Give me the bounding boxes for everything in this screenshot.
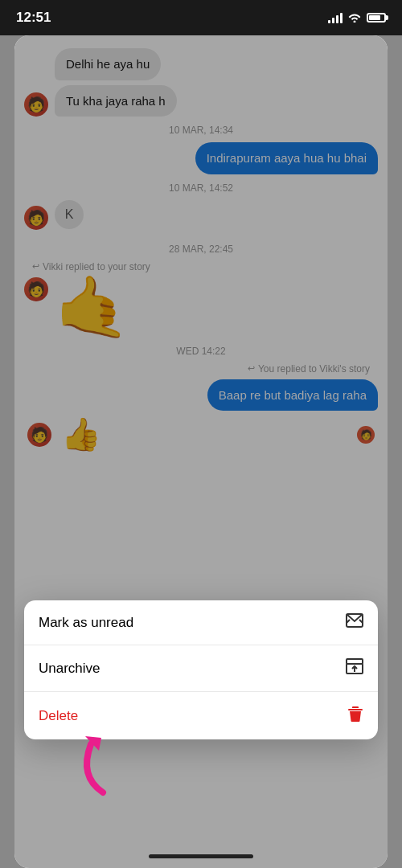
menu-item-label-mark-unread: Mark as unread: [39, 615, 133, 631]
battery-icon: [367, 13, 386, 23]
status-bar: 12:51: [0, 0, 402, 35]
menu-item-mark-unread[interactable]: Mark as unread: [24, 600, 378, 645]
chat-messages: Delhi he aya hu 🧑 Tu kha jaya raha h 10 …: [14, 35, 388, 868]
status-icons: [328, 11, 386, 25]
trash-icon: [347, 705, 363, 727]
context-menu: Mark as unread Unarchive: [24, 600, 378, 739]
signal-icon: [328, 12, 343, 23]
wifi-icon: [347, 11, 362, 25]
menu-item-label-delete: Delete: [39, 708, 78, 724]
envelope-icon: [346, 613, 363, 632]
svg-rect-6: [348, 709, 363, 710]
svg-rect-4: [347, 659, 363, 664]
archive-icon: [346, 658, 363, 678]
arrow-indicator: [63, 728, 119, 804]
menu-item-label-unarchive: Unarchive: [39, 661, 100, 677]
status-time: 12:51: [16, 10, 51, 26]
chat-container: Delhi he aya hu 🧑 Tu kha jaya raha h 10 …: [14, 35, 388, 868]
menu-item-unarchive[interactable]: Unarchive: [24, 645, 378, 692]
